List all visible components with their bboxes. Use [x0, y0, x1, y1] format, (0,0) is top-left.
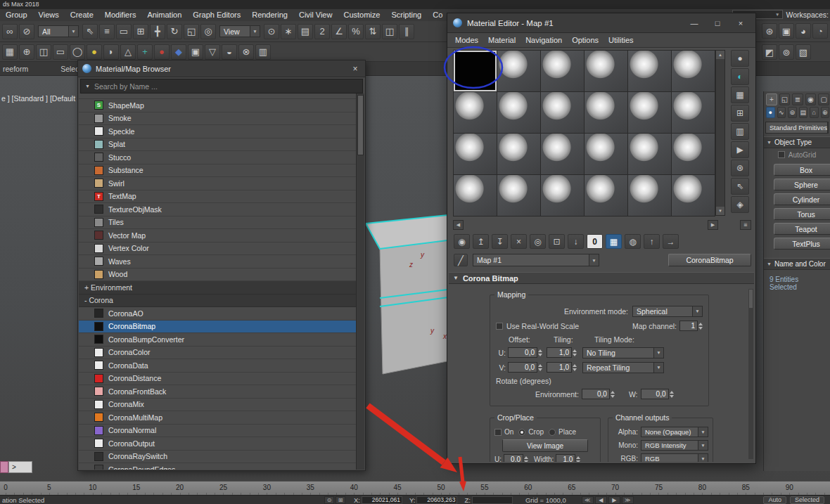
reset-map-icon[interactable]: × — [511, 234, 527, 249]
map-list-item[interactable]: CoronaDistance — [79, 373, 357, 386]
display-tab[interactable]: ▢ — [818, 93, 829, 105]
v-tiling-mode-dropdown[interactable]: Repeat Tiling ▼ — [582, 362, 664, 373]
selected-key-filter-button[interactable]: Selected — [790, 496, 824, 504]
browser-scrollbar[interactable] — [356, 93, 364, 470]
x-value[interactable]: 26021,061 — [362, 496, 402, 504]
menu-item[interactable]: Customize — [338, 9, 385, 21]
map-list-item[interactable]: Vector Map — [79, 229, 357, 243]
rendered-frame-window-icon[interactable]: ▣ — [779, 23, 794, 39]
select-link-icon[interactable]: ∞ — [2, 24, 18, 39]
object-type-rollout[interactable]: ▼ Object Type — [764, 136, 830, 148]
crop-u-spinner[interactable]: 0,0 — [504, 454, 528, 462]
menu-item[interactable]: Modifiers — [99, 9, 142, 21]
alpha-output-dropdown[interactable]: None (Opaque) ▼ — [641, 427, 708, 437]
maximize-button[interactable]: □ — [708, 17, 727, 30]
auto-key-button[interactable]: Auto — [763, 496, 786, 504]
u-tiling-spinner[interactable]: 1,0 — [547, 347, 577, 358]
menu-item[interactable]: Animation — [141, 9, 187, 21]
shapes-category-icon[interactable]: ∿ — [777, 107, 786, 118]
viewport-shading-label[interactable]: e ] [Standard ] [Default — [1, 94, 75, 103]
crop-radio[interactable] — [518, 429, 525, 436]
primitives-category-dropdown[interactable]: Standard Primitives ▼ — [765, 122, 829, 134]
select-and-manipulate-icon[interactable]: ∗ — [281, 24, 296, 39]
select-and-place-icon[interactable]: ◎ — [200, 24, 216, 39]
material-swatch[interactable] — [541, 92, 584, 133]
material-swatch[interactable] — [628, 92, 671, 133]
render-iterative-icon[interactable]: ◔ — [812, 23, 828, 39]
crop-on-checkbox[interactable] — [494, 429, 502, 436]
search-input[interactable]: ▼ Search by Name ... — [80, 79, 363, 93]
material-swatch[interactable] — [541, 51, 584, 91]
environment-rotate-spinner[interactable]: 0,0 — [582, 389, 615, 399]
go-to-end-icon[interactable]: ≫ — [622, 496, 634, 504]
window-crossing-icon[interactable]: ⊞ — [133, 24, 148, 39]
material-swatch[interactable] — [585, 134, 627, 174]
spinner-snap-icon[interactable]: ⇅ — [365, 24, 381, 39]
scrollbar-thumb[interactable] — [749, 290, 753, 308]
background-icon[interactable]: ▦ — [731, 86, 749, 103]
toolbar2-icon-6[interactable]: ● — [87, 44, 102, 60]
material-editor-options-icon[interactable]: ⊛ — [731, 160, 749, 176]
modify-tab[interactable]: ◱ — [779, 93, 791, 105]
map-list-item[interactable]: CoronaBitmap — [79, 321, 357, 334]
map-channel-spinner[interactable]: 1 — [679, 321, 703, 331]
sample-uv-tiling-icon[interactable]: ⊞ — [731, 105, 749, 122]
ribbon-tab[interactable]: reeform — [3, 65, 28, 73]
cameras-category-icon[interactable]: ▤ — [799, 107, 808, 118]
video-color-check-icon[interactable]: ▥ — [731, 123, 749, 140]
close-button[interactable]: × — [732, 17, 750, 30]
scrollbar-thumb[interactable] — [357, 95, 364, 155]
browser-titlebar[interactable]: Material/Map Browser × — [78, 60, 365, 77]
z-coordinate-field[interactable]: Z: — [464, 496, 512, 504]
material-id-channel-icon[interactable]: 0 — [587, 234, 603, 249]
w-rotate-spinner[interactable]: 0,0 — [641, 389, 674, 399]
toolbar2-icon-11[interactable]: ◆ — [171, 44, 186, 60]
primitive-button[interactable]: Torus — [774, 208, 830, 220]
menu-item[interactable]: Civil View — [293, 9, 338, 21]
toolbar2-icon-14[interactable]: ◒ — [222, 44, 237, 60]
align-icon[interactable]: ∥ — [399, 24, 414, 39]
use-pivot-center-icon[interactable]: ⊙ — [264, 24, 279, 39]
v-offset-spinner[interactable]: 0,0 — [508, 362, 542, 373]
material-swatch[interactable] — [628, 51, 671, 91]
go-to-parent-icon[interactable]: ↑ — [644, 234, 660, 249]
y-value[interactable]: 20603,263 — [416, 496, 457, 504]
map-list-item[interactable]: Swirl — [79, 177, 357, 190]
material-name-dropdown[interactable]: Map #1 ▼ — [473, 254, 599, 266]
material-type-button[interactable]: CoronaBitmap — [668, 254, 751, 266]
backlight-icon[interactable]: ◐ — [731, 68, 749, 85]
material-swatch[interactable] — [585, 175, 627, 216]
material-swatch[interactable] — [454, 134, 497, 174]
environment-mode-dropdown[interactable]: Spherical ▼ — [632, 306, 703, 317]
hierarchy-tab[interactable]: ≣ — [792, 93, 803, 105]
map-list-item[interactable]: CoronaMultiMap — [79, 411, 357, 425]
eyedropper-icon[interactable]: ╱ — [454, 254, 468, 266]
motion-tab[interactable]: ◉ — [805, 93, 817, 105]
primitive-button[interactable]: Cylinder — [774, 193, 830, 205]
environment-section-header[interactable]: + Environment — [79, 281, 357, 295]
real-world-scale-checkbox[interactable] — [496, 323, 503, 330]
map-list-item[interactable]: CoronaMix — [79, 399, 357, 412]
menu-item[interactable]: Co — [427, 9, 448, 21]
material-swatch[interactable] — [497, 92, 540, 133]
select-by-material-icon[interactable]: ⇖ — [731, 178, 749, 195]
toolbar2-icon-16[interactable]: ▥ — [255, 44, 271, 60]
keyboard-shortcut-override-icon[interactable]: ▤ — [298, 24, 313, 39]
y-coordinate-field[interactable]: Y: 20603,263 — [409, 496, 457, 504]
select-by-name-icon[interactable]: ≡ — [99, 24, 115, 39]
scroll-up-icon[interactable]: ▲ — [716, 51, 724, 59]
coord-center-icon[interactable]: ⊞ — [336, 496, 345, 504]
menu-item[interactable]: Rendering — [246, 9, 293, 21]
scroll-right-icon[interactable]: ▶ — [708, 220, 718, 230]
map-list-item[interactable]: Waves — [79, 255, 357, 269]
rgb-output-dropdown[interactable]: RGB ▼ — [641, 453, 708, 462]
map-list-item[interactable]: Speckle — [79, 125, 357, 138]
map-list-item[interactable]: Tiles — [79, 217, 357, 230]
toolbar2-icon-9[interactable]: + — [137, 44, 153, 60]
material-swatch[interactable] — [628, 134, 671, 174]
toolbar2-icon-13[interactable]: ▽ — [205, 44, 220, 60]
helpers-category-icon[interactable]: ⌂ — [810, 107, 819, 118]
toolbar2-icon-15[interactable]: ⊗ — [238, 44, 254, 60]
toolbar2-right-icon-2[interactable]: ⊚ — [779, 44, 794, 60]
map-list-item[interactable]: Vertex Color — [79, 243, 357, 256]
